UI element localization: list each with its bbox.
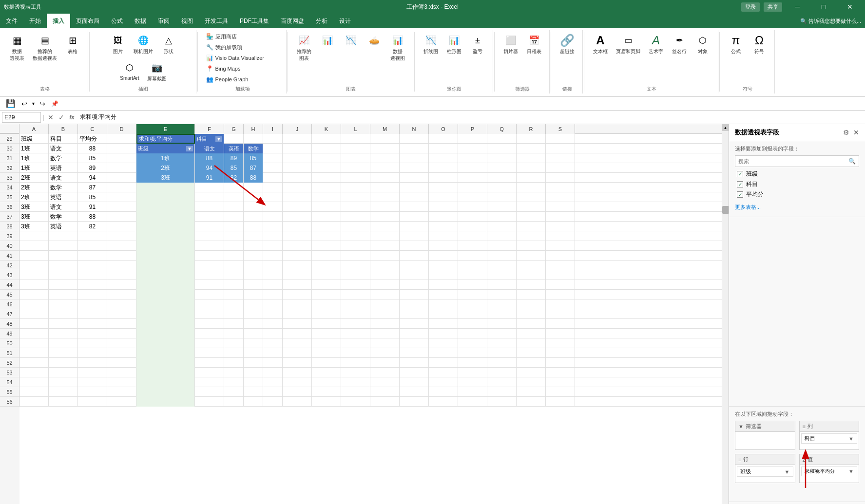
cell-i34[interactable] — [263, 183, 283, 192]
cell-b34[interactable]: 数学 — [49, 183, 78, 192]
cell-s29[interactable] — [546, 134, 575, 144]
field-item-class[interactable]: ✓ 班级 — [735, 169, 859, 179]
cell-e41[interactable] — [136, 251, 195, 261]
cell-q37[interactable] — [487, 212, 517, 222]
cell-d32[interactable] — [107, 163, 136, 173]
cell-a33[interactable]: 2班 — [19, 173, 49, 183]
cell-a52[interactable] — [19, 358, 49, 368]
cell-o52[interactable] — [429, 358, 458, 368]
cell-b49[interactable] — [49, 329, 78, 338]
cell-e45[interactable] — [136, 290, 195, 299]
col-header-e[interactable]: E — [136, 124, 195, 134]
cell-g29[interactable] — [224, 134, 244, 144]
cell-j32[interactable] — [283, 163, 312, 173]
cell-d35[interactable] — [107, 192, 136, 202]
cell-d36[interactable] — [107, 202, 136, 212]
cell-k34[interactable] — [312, 183, 341, 192]
cell-k30[interactable] — [312, 144, 341, 153]
tab-view[interactable]: 视图 — [175, 14, 199, 28]
cell-g30[interactable]: 英语 — [224, 144, 244, 153]
cell-d41[interactable] — [107, 251, 136, 261]
cell-i48[interactable] — [263, 319, 283, 329]
cell-c53[interactable] — [78, 368, 107, 377]
cell-g42[interactable] — [224, 261, 244, 270]
cell-h40[interactable] — [244, 241, 263, 251]
cell-i53[interactable] — [263, 368, 283, 377]
cell-e56[interactable] — [136, 397, 195, 407]
btn-textbox[interactable]: A 文本框 — [589, 31, 612, 56]
cell-o38[interactable] — [429, 222, 458, 231]
cell-l53[interactable] — [341, 368, 370, 377]
cell-n30[interactable] — [400, 144, 429, 153]
cell-n56[interactable] — [400, 397, 429, 407]
cell-o35[interactable] — [429, 192, 458, 202]
formula-input[interactable] — [78, 113, 863, 122]
cell-p30[interactable] — [458, 144, 487, 153]
cell-r36[interactable] — [517, 202, 546, 212]
cell-f48[interactable] — [195, 319, 224, 329]
cell-m56[interactable] — [370, 397, 400, 407]
cell-r34[interactable] — [517, 183, 546, 192]
row-num-48[interactable]: 48 — [0, 319, 19, 329]
cell-h50[interactable] — [244, 338, 263, 348]
cell-d49[interactable] — [107, 329, 136, 338]
cell-o44[interactable] — [429, 280, 458, 290]
cell-g49[interactable] — [224, 329, 244, 338]
cell-l50[interactable] — [341, 338, 370, 348]
cell-q34[interactable] — [487, 183, 517, 192]
cell-l46[interactable] — [341, 299, 370, 309]
cell-n41[interactable] — [400, 251, 429, 261]
cell-c49[interactable] — [78, 329, 107, 338]
cell-h31[interactable]: 85 — [244, 153, 263, 163]
cell-c40[interactable] — [78, 241, 107, 251]
cell-e40[interactable] — [136, 241, 195, 251]
cell-i45[interactable] — [263, 290, 283, 299]
cell-l51[interactable] — [341, 348, 370, 358]
cell-h54[interactable] — [244, 377, 263, 387]
cell-a45[interactable] — [19, 290, 49, 299]
col-header-d[interactable]: D — [107, 124, 136, 134]
cell-j35[interactable] — [283, 192, 312, 202]
cell-r48[interactable] — [517, 319, 546, 329]
cell-a29[interactable]: 班级 — [19, 134, 49, 144]
cell-i39[interactable] — [263, 231, 283, 241]
cell-o43[interactable] — [429, 270, 458, 280]
cell-e54[interactable] — [136, 377, 195, 387]
cell-q52[interactable] — [487, 358, 517, 368]
tab-baidu[interactable]: 百度网盘 — [275, 14, 310, 28]
cell-j38[interactable] — [283, 222, 312, 231]
tab-pdf[interactable]: PDF工具集 — [234, 14, 275, 28]
cell-i55[interactable] — [263, 387, 283, 397]
cell-l48[interactable] — [341, 319, 370, 329]
cell-r52[interactable] — [517, 358, 546, 368]
btn-timeline[interactable]: 📅 日程表 — [523, 31, 545, 56]
cell-n39[interactable] — [400, 231, 429, 241]
cell-m47[interactable] — [370, 309, 400, 319]
cell-i30[interactable] — [263, 144, 283, 153]
cell-a36[interactable]: 3班 — [19, 202, 49, 212]
confirm-formula[interactable]: ✓ — [57, 113, 66, 122]
cell-q30[interactable] — [487, 144, 517, 153]
cell-l38[interactable] — [341, 222, 370, 231]
cell-j53[interactable] — [283, 368, 312, 377]
cell-l41[interactable] — [341, 251, 370, 261]
cell-l31[interactable] — [341, 153, 370, 163]
cell-a32[interactable]: 1班 — [19, 163, 49, 173]
cell-k33[interactable] — [312, 173, 341, 183]
cell-d56[interactable] — [107, 397, 136, 407]
cell-p55[interactable] — [458, 387, 487, 397]
cell-s50[interactable] — [546, 338, 575, 348]
cell-d51[interactable] — [107, 348, 136, 358]
cell-k29[interactable] — [312, 134, 341, 144]
cell-o49[interactable] — [429, 329, 458, 338]
cell-p39[interactable] — [458, 231, 487, 241]
cell-c37[interactable]: 88 — [78, 212, 107, 222]
row-num-45[interactable]: 45 — [0, 290, 19, 299]
cell-r44[interactable] — [517, 280, 546, 290]
cell-c46[interactable] — [78, 299, 107, 309]
cell-d55[interactable] — [107, 387, 136, 397]
btn-online-picture[interactable]: 🌐 联机图片 — [130, 31, 156, 56]
col-header-l[interactable]: L — [341, 124, 370, 134]
cell-c32[interactable]: 89 — [78, 163, 107, 173]
cell-a40[interactable] — [19, 241, 49, 251]
